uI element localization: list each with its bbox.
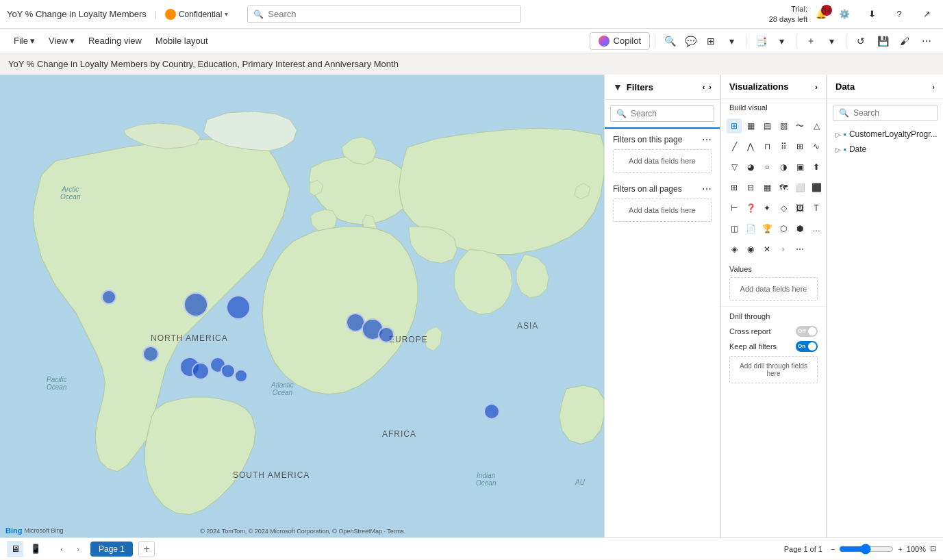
expand-icon-1[interactable]: ▷ bbox=[835, 146, 841, 153]
toggle-on-icon[interactable]: On bbox=[796, 341, 818, 352]
data-expand-icon[interactable]: › bbox=[932, 83, 935, 91]
viz-add-values[interactable]: Add data fields here bbox=[729, 277, 818, 301]
viz-treemap-btn[interactable]: ▦ bbox=[759, 180, 775, 195]
viz-matrix-btn[interactable]: ⊞ bbox=[727, 180, 742, 195]
viz-extra2-btn[interactable]: ◉ bbox=[743, 242, 758, 257]
insert-btn[interactable]: ＋ bbox=[801, 31, 820, 51]
viz-line-btn[interactable]: 〜 bbox=[792, 118, 807, 133]
more-btn[interactable]: ⋯ bbox=[917, 31, 936, 51]
filters-add-fields-2[interactable]: Add data fields here bbox=[613, 199, 712, 222]
data-search-box[interactable]: 🔍 bbox=[833, 105, 938, 121]
bookmark-btn[interactable]: 📑 bbox=[751, 31, 770, 51]
viz-donut-btn[interactable]: ○ bbox=[759, 160, 775, 175]
chevron-toolbar[interactable]: ▾ bbox=[722, 31, 741, 51]
viz-card-btn[interactable]: ▣ bbox=[792, 160, 807, 175]
notifications-button[interactable]: 🔔 64 bbox=[816, 9, 827, 19]
search-box[interactable]: 🔍 bbox=[247, 5, 521, 23]
help-button[interactable]: ? bbox=[890, 5, 909, 24]
viz-extra1-btn[interactable]: ◈ bbox=[727, 242, 742, 257]
viz-expand-icon[interactable]: › bbox=[815, 83, 818, 91]
viz-combo-btn[interactable]: ⊞ bbox=[792, 139, 807, 154]
save-btn[interactable]: 💾 bbox=[873, 31, 892, 51]
bubble-7[interactable] bbox=[142, 346, 159, 362]
filters-all-options-icon[interactable]: ⋯ bbox=[702, 183, 712, 194]
bubble-2[interactable] bbox=[184, 292, 208, 317]
viz-pie-btn[interactable]: ◕ bbox=[743, 160, 758, 175]
viz-ribbon-btn[interactable]: ⊓ bbox=[759, 139, 775, 154]
viz-extra5-btn[interactable]: ⋯ bbox=[792, 242, 807, 257]
viz-text-btn[interactable]: T bbox=[809, 201, 824, 216]
filters-search-box[interactable]: 🔍 bbox=[610, 105, 714, 122]
mobile-view-btn[interactable]: 📱 bbox=[27, 541, 44, 557]
add-page-btn[interactable]: + bbox=[138, 541, 155, 557]
copilot-button[interactable]: Copilot bbox=[590, 32, 650, 50]
zoom-in-btn[interactable]: + bbox=[898, 545, 902, 553]
viz-mountain-btn[interactable]: ⋀ bbox=[743, 139, 758, 154]
viz-kpi-btn[interactable]: ⬆ bbox=[809, 160, 824, 175]
bubble-3[interactable] bbox=[226, 295, 251, 320]
expand-icon-0[interactable]: ▷ bbox=[835, 131, 841, 138]
chevron-3[interactable]: ▾ bbox=[822, 31, 841, 51]
menu-mobile-layout[interactable]: Mobile layout bbox=[149, 33, 215, 49]
filters-search-input[interactable] bbox=[631, 109, 708, 118]
viz-custom3-btn[interactable]: ⬢ bbox=[792, 221, 807, 236]
viz-eraser-btn[interactable]: ✕ bbox=[759, 242, 775, 257]
format-btn[interactable]: 🖌 bbox=[895, 31, 914, 51]
fit-page-btn[interactable]: ⊡ bbox=[930, 544, 936, 553]
share-button[interactable]: ↗ bbox=[917, 5, 936, 24]
data-tree-item-0[interactable]: ▷ ▪ CustomerLoyaltyProgr... bbox=[833, 127, 938, 142]
filters-add-fields-1[interactable]: Add data fields here bbox=[613, 149, 712, 173]
viz-image-btn[interactable]: 🖼 bbox=[792, 201, 807, 216]
viz-map2-btn[interactable]: 🗺 bbox=[776, 180, 791, 195]
download-button[interactable]: ⬇ bbox=[862, 5, 881, 24]
bubble-1[interactable] bbox=[101, 290, 116, 305]
prev-page-btn[interactable]: ‹ bbox=[55, 542, 68, 556]
refresh-btn[interactable]: ↺ bbox=[851, 31, 870, 51]
data-tree-item-1[interactable]: ▷ ▪ Date bbox=[833, 142, 938, 157]
bubble-11[interactable] bbox=[221, 364, 236, 379]
viz-more-btn[interactable]: … bbox=[809, 221, 824, 236]
viz-extra4-btn[interactable]: ◦ bbox=[776, 242, 791, 257]
zoom-slider[interactable] bbox=[839, 544, 894, 555]
viz-paginated-btn[interactable]: 📄 bbox=[743, 221, 758, 236]
map-area[interactable]: NORTH AMERICA SOUTH AMERICA EUROPE AFRIC… bbox=[0, 75, 604, 537]
bubble-9[interactable] bbox=[192, 362, 210, 380]
text-box-btn[interactable]: ⊞ bbox=[701, 31, 720, 51]
viz-table-btn[interactable]: ⊟ bbox=[743, 180, 758, 195]
cross-report-toggle[interactable]: Off bbox=[796, 326, 818, 337]
viz-scatter-btn[interactable]: ⠿ bbox=[776, 139, 791, 154]
toggle-off-icon[interactable]: Off bbox=[796, 326, 818, 337]
viz-bar-btn[interactable]: ▦ bbox=[743, 118, 758, 133]
viz-qa-btn[interactable]: ❓ bbox=[743, 201, 758, 216]
drill-add-fields[interactable]: Add drill through fields here bbox=[729, 356, 818, 383]
viz-stacked-bar-btn[interactable]: ▤ bbox=[759, 118, 775, 133]
viz-filled-map-btn[interactable]: ⬜ bbox=[792, 180, 807, 195]
filters-back-icon[interactable]: ‹ bbox=[703, 83, 705, 91]
bubble-6[interactable] bbox=[378, 327, 394, 343]
zoom-out-btn[interactable]: − bbox=[831, 545, 835, 553]
viz-azure-map-btn[interactable]: ⬛ bbox=[809, 180, 824, 195]
viz-100pct-bar-btn[interactable]: ▧ bbox=[776, 118, 791, 133]
viz-gauge-btn[interactable]: ◑ bbox=[776, 160, 791, 175]
comment-btn[interactable]: 💬 bbox=[681, 31, 700, 51]
viz-smart-btn[interactable]: ✦ bbox=[759, 201, 775, 216]
filters-forward-icon[interactable]: › bbox=[709, 83, 712, 91]
settings-button[interactable]: ⚙️ bbox=[835, 5, 854, 24]
viz-line2-btn[interactable]: ╱ bbox=[727, 139, 742, 154]
viz-waterfall-btn[interactable]: ∿ bbox=[809, 139, 824, 154]
page-1-tab[interactable]: Page 1 bbox=[90, 542, 133, 557]
viz-decomp-btn[interactable]: ⊢ bbox=[727, 201, 742, 216]
search-input[interactable] bbox=[268, 9, 515, 19]
next-page-btn[interactable]: › bbox=[71, 542, 85, 556]
desktop-view-btn[interactable]: 🖥 bbox=[7, 541, 23, 557]
viz-funnel-btn[interactable]: ▽ bbox=[727, 160, 742, 175]
bubble-13[interactable] bbox=[483, 403, 500, 420]
search-toolbar-btn[interactable]: 🔍 bbox=[660, 31, 679, 51]
viz-map-btn[interactable]: ⊞ bbox=[727, 118, 742, 133]
viz-area-btn[interactable]: △ bbox=[809, 118, 824, 133]
keep-filters-toggle[interactable]: On bbox=[796, 341, 818, 352]
viz-slicer-btn[interactable]: ◫ bbox=[727, 221, 742, 236]
bubble-12[interactable] bbox=[234, 369, 248, 383]
chevron-2[interactable]: ▾ bbox=[772, 31, 791, 51]
viz-shape-btn[interactable]: ◇ bbox=[776, 201, 791, 216]
